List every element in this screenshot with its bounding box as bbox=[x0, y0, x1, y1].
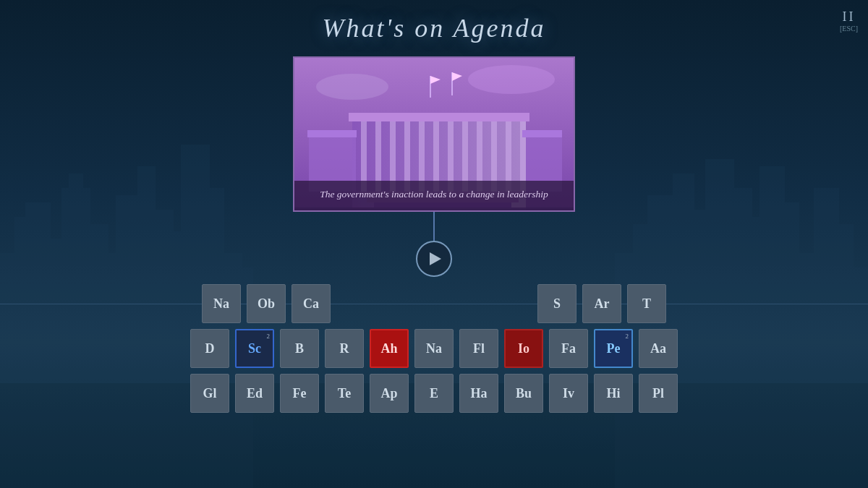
pause-esc-label: [ESC] bbox=[840, 25, 858, 33]
content-layer: II [ESC] What's on Agenda bbox=[0, 0, 868, 488]
tile-t[interactable]: T bbox=[627, 284, 666, 323]
tile-pe[interactable]: Pe2 bbox=[594, 329, 633, 368]
tile-ca[interactable]: Ca bbox=[292, 284, 331, 323]
tile-na-1[interactable]: Na bbox=[202, 284, 241, 323]
tile-ap[interactable]: Ap bbox=[370, 374, 409, 413]
tile-ob[interactable]: Ob bbox=[247, 284, 286, 323]
tile-gl[interactable]: Gl bbox=[190, 374, 229, 413]
tile-ah[interactable]: Ah bbox=[370, 329, 409, 368]
svg-rect-58 bbox=[307, 130, 357, 137]
tile-sc[interactable]: Sc2 bbox=[235, 329, 274, 368]
tile-aa[interactable]: Aa bbox=[639, 329, 678, 368]
tile-hi[interactable]: Hi bbox=[594, 374, 633, 413]
tile-iv[interactable]: Iv bbox=[549, 374, 588, 413]
play-button[interactable] bbox=[416, 241, 452, 277]
tile-pl[interactable]: Pl bbox=[639, 374, 678, 413]
tile-sc-sup: 2 bbox=[267, 333, 271, 340]
tile-r[interactable]: R bbox=[325, 329, 364, 368]
play-icon bbox=[430, 252, 441, 265]
tile-b[interactable]: B bbox=[280, 329, 319, 368]
pause-button[interactable]: II [ESC] bbox=[840, 10, 858, 33]
tile-fl[interactable]: Fl bbox=[459, 329, 498, 368]
connector-line bbox=[433, 212, 435, 241]
tile-e[interactable]: E bbox=[414, 374, 454, 413]
tile-io[interactable]: Io bbox=[504, 329, 543, 368]
tile-te[interactable]: Te bbox=[325, 374, 364, 413]
divider-line bbox=[0, 304, 868, 304]
tile-fa[interactable]: Fa bbox=[549, 329, 588, 368]
tile-fe[interactable]: Fe bbox=[280, 374, 319, 413]
svg-rect-56 bbox=[522, 130, 562, 137]
svg-point-32 bbox=[316, 74, 388, 100]
tile-ha[interactable]: Ha bbox=[459, 374, 498, 413]
tile-ar[interactable]: Ar bbox=[582, 284, 621, 323]
tile-bu[interactable]: Bu bbox=[504, 374, 543, 413]
svg-point-33 bbox=[468, 65, 555, 94]
page-title: What's on Agenda bbox=[322, 13, 545, 43]
grid-row-2: D Sc2 B R Ah Na Fl Io Fa Pe2 Aa bbox=[190, 329, 678, 368]
tile-d[interactable]: D bbox=[190, 329, 229, 368]
tile-pe-sup: 2 bbox=[626, 333, 629, 340]
svg-rect-51 bbox=[349, 113, 529, 121]
grid-row-3: Gl Ed Fe Te Ap E Ha Bu Iv Hi Pl bbox=[190, 374, 678, 413]
tile-ed[interactable]: Ed bbox=[235, 374, 274, 413]
tile-na-2[interactable]: Na bbox=[414, 329, 454, 368]
tile-s[interactable]: S bbox=[537, 284, 576, 323]
card-caption: The government's inaction leads to a cha… bbox=[294, 181, 574, 210]
event-image-card: The government's inaction leads to a cha… bbox=[293, 56, 575, 212]
pause-icon: II bbox=[843, 10, 856, 23]
